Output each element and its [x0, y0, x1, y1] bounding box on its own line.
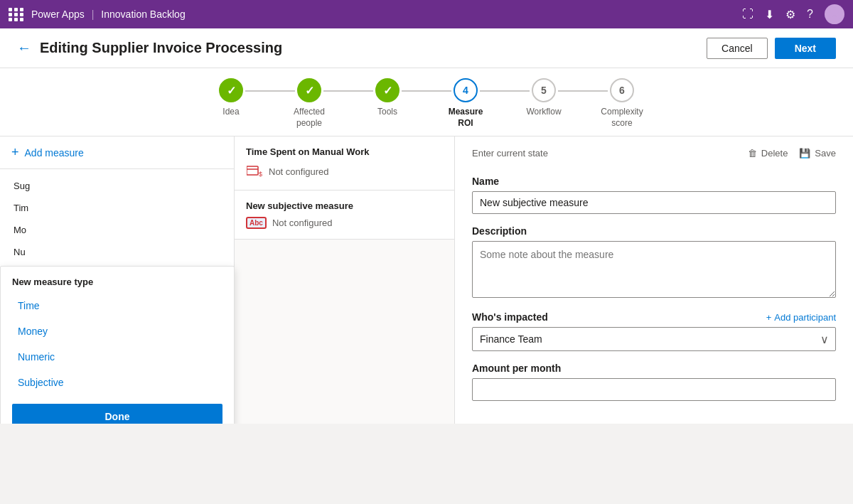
topbar: Power Apps | Innovation Backlog ⛶ ⬇ ⚙ ?: [0, 0, 853, 28]
measure-title-subjective: New subjective measure: [246, 200, 443, 211]
step-complexity[interactable]: 6 Complexityscore: [583, 78, 661, 129]
description-label: Description: [472, 225, 836, 237]
download-icon[interactable]: ⬇: [765, 8, 774, 21]
step-label-affected: Affectedpeople: [294, 107, 325, 129]
step-label-complexity: Complexityscore: [601, 107, 643, 129]
amount-input[interactable]: [472, 378, 836, 401]
grid-icon[interactable]: [9, 8, 24, 21]
list-item[interactable]: Tim: [0, 197, 234, 219]
middle-panel: Time Spent on Manual Work $ Not configur…: [235, 136, 455, 424]
measure-item-time: Time Spent on Manual Work $ Not configur…: [235, 136, 454, 191]
topbar-separator: |: [92, 9, 95, 20]
dropdown-done-button[interactable]: Done: [12, 404, 222, 424]
participant-select-wrapper: Finance Team ∨: [472, 327, 836, 351]
back-button[interactable]: ←: [17, 40, 31, 56]
save-button[interactable]: 💾 Save: [799, 148, 836, 159]
step-label-tools: Tools: [377, 107, 397, 118]
add-participant-label: Add participant: [774, 312, 836, 323]
list-item[interactable]: Nu: [0, 241, 234, 263]
delete-button[interactable]: 🗑 Delete: [748, 148, 788, 159]
step-tools[interactable]: ✓ Tools: [348, 78, 426, 118]
step-idea[interactable]: ✓ Idea: [192, 78, 270, 118]
page-title: Editing Supplier Invoice Processing: [40, 40, 282, 56]
app-name: Power Apps: [31, 9, 85, 20]
participant-select[interactable]: Finance Team: [472, 327, 836, 351]
step-circle-complexity: 6: [610, 78, 634, 102]
svg-text:$: $: [259, 171, 262, 178]
step-measure[interactable]: 4 MeasureROI: [426, 78, 505, 129]
save-icon: 💾: [799, 148, 810, 159]
time-measure-icon: $: [246, 163, 263, 180]
header: ← Editing Supplier Invoice Processing Ca…: [0, 28, 853, 68]
svg-rect-2: [247, 166, 258, 175]
svg-point-1: [827, 16, 842, 24]
settings-icon[interactable]: ⚙: [785, 8, 795, 21]
measure-status-subjective: Abc Not configured: [246, 217, 443, 229]
list-item[interactable]: Mo: [0, 219, 234, 241]
list-item[interactable]: Sug: [0, 175, 234, 197]
dropdown-option-money[interactable]: Money: [1, 318, 234, 344]
add-measure-label: Add measure: [25, 147, 84, 159]
measure-status-time: $ Not configured: [246, 163, 443, 180]
screen-icon[interactable]: ⛶: [742, 8, 753, 21]
avatar[interactable]: [825, 4, 844, 24]
amount-label: Amount per month: [472, 363, 836, 374]
right-panel: Enter current state 🗑 Delete 💾 Save Name…: [455, 136, 853, 424]
measure-type-dropdown: New measure type Time Money Numeric Subj…: [0, 266, 235, 424]
measure-title-time: Time Spent on Manual Work: [246, 146, 443, 157]
right-top-bar: Enter current state 🗑 Delete 💾 Save: [472, 148, 836, 164]
who-impacted-header: Who's impacted + Add participant: [472, 311, 836, 323]
save-label: Save: [815, 148, 836, 159]
measure-not-configured-label2: Not configured: [272, 218, 333, 228]
add-participant-button[interactable]: + Add participant: [766, 312, 836, 323]
dropdown-option-time[interactable]: Time: [1, 293, 234, 318]
abc-measure-icon: Abc: [246, 217, 267, 229]
step-circle-tools: ✓: [375, 78, 399, 102]
step-workflow[interactable]: 5 Workflow: [505, 78, 583, 118]
who-impacted-label: Who's impacted: [472, 311, 548, 323]
add-measure-button[interactable]: + Add measure: [0, 136, 234, 169]
next-button[interactable]: Next: [775, 38, 836, 59]
plus-icon: +: [11, 145, 19, 160]
name-label: Name: [472, 176, 836, 187]
step-label-idea: Idea: [222, 107, 239, 118]
svg-point-0: [830, 7, 839, 16]
step-circle-workflow: 5: [532, 78, 556, 102]
description-textarea[interactable]: [472, 241, 836, 298]
current-state-text[interactable]: Enter current state: [472, 148, 548, 159]
measure-item-subjective: New subjective measure Abc Not configure…: [235, 191, 454, 240]
step-label-workflow: Workflow: [526, 107, 561, 118]
delete-icon: 🗑: [748, 148, 757, 159]
stepper: ✓ Idea ✓ Affectedpeople ✓ Tools 4 Measur…: [0, 68, 853, 136]
step-circle-affected: ✓: [297, 78, 321, 102]
step-label-measure: MeasureROI: [449, 107, 483, 129]
name-input[interactable]: [472, 191, 836, 214]
step-circle-idea: ✓: [219, 78, 243, 102]
dropdown-option-numeric[interactable]: Numeric: [1, 344, 234, 370]
measure-not-configured-label: Not configured: [269, 166, 329, 177]
backlog-name: Innovation Backlog: [101, 9, 185, 20]
add-participant-plus-icon: +: [766, 312, 772, 323]
step-affected[interactable]: ✓ Affectedpeople: [270, 78, 348, 129]
help-icon[interactable]: ?: [807, 8, 813, 21]
delete-label: Delete: [761, 148, 788, 159]
dropdown-title: New measure type: [1, 267, 234, 293]
cancel-button[interactable]: Cancel: [707, 38, 768, 59]
step-circle-measure: 4: [454, 78, 478, 102]
dropdown-option-subjective[interactable]: Subjective: [1, 370, 234, 395]
